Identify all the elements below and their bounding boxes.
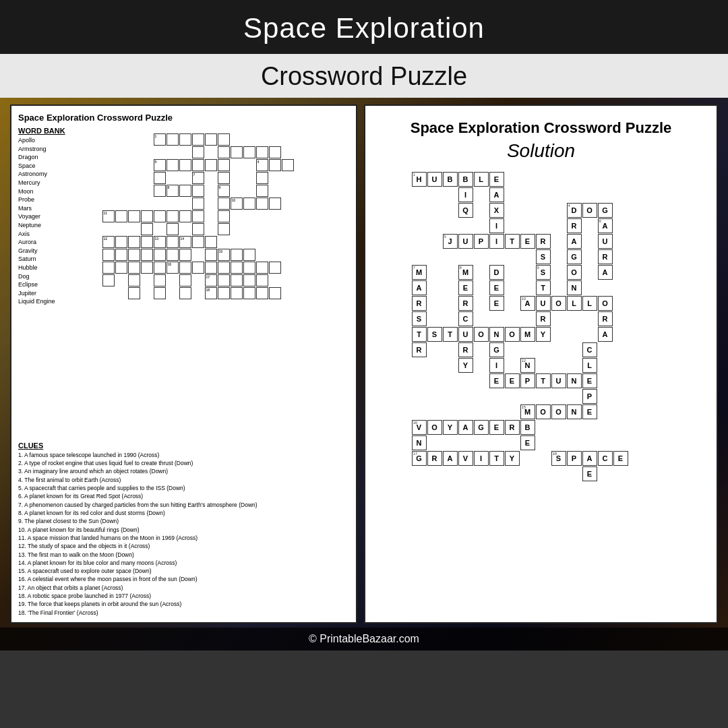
crossword-cell[interactable]	[128, 274, 140, 286]
crossword-cell[interactable]	[243, 198, 255, 210]
crossword-cell[interactable]	[128, 262, 140, 274]
crossword-cell[interactable]: 15	[218, 249, 230, 261]
crossword-cell[interactable]	[179, 159, 191, 171]
crossword-cell[interactable]	[154, 210, 166, 222]
crossword-cell[interactable]: 13	[154, 236, 166, 248]
crossword-cell[interactable]	[218, 159, 230, 171]
crossword-cell[interactable]	[218, 198, 230, 210]
crossword-cell[interactable]	[166, 210, 179, 222]
crossword-cell[interactable]	[141, 223, 153, 235]
crossword-cell[interactable]	[179, 274, 191, 286]
crossword-cell[interactable]	[218, 146, 230, 158]
crossword-cell[interactable]	[256, 146, 268, 158]
crossword-cell[interactable]: 14	[179, 236, 191, 248]
crossword-cell[interactable]	[256, 185, 268, 197]
crossword-cell[interactable]	[192, 198, 204, 210]
crossword-cell[interactable]: 17	[205, 274, 217, 286]
crossword-cell[interactable]	[192, 210, 204, 222]
crossword-cell[interactable]	[166, 133, 179, 146]
crossword-cell[interactable]	[218, 274, 230, 286]
crossword-cell[interactable]	[243, 249, 255, 261]
crossword-cell[interactable]	[192, 262, 204, 274]
crossword-cell[interactable]	[205, 249, 217, 261]
crossword-cell[interactable]	[218, 287, 230, 299]
crossword-cell[interactable]	[192, 159, 204, 171]
crossword-cell[interactable]	[231, 274, 243, 286]
crossword-cell[interactable]	[192, 185, 204, 197]
crossword-cell[interactable]	[154, 274, 166, 286]
crossword-cell[interactable]	[192, 223, 204, 235]
crossword-cell[interactable]	[243, 287, 255, 299]
crossword-cell[interactable]	[102, 274, 115, 286]
crossword-cell[interactable]: 5	[154, 159, 166, 171]
crossword-cell[interactable]	[218, 133, 230, 146]
crossword-cell[interactable]	[115, 262, 127, 274]
crossword-cell[interactable]	[166, 236, 179, 248]
crossword-cell[interactable]	[256, 287, 268, 299]
crossword-cell[interactable]: 16	[166, 262, 179, 274]
crossword-cell[interactable]: 12	[102, 236, 115, 248]
crossword-cell[interactable]: 4	[256, 159, 268, 171]
crossword-cell[interactable]	[102, 262, 115, 274]
crossword-cell[interactable]	[243, 274, 255, 286]
crossword-cell[interactable]	[205, 262, 217, 274]
crossword-cell[interactable]	[218, 262, 230, 274]
crossword-cell[interactable]	[231, 146, 243, 158]
crossword-cell[interactable]	[115, 249, 127, 261]
crossword-cell[interactable]	[269, 146, 281, 158]
crossword-cell[interactable]: 1	[154, 133, 166, 146]
crossword-cell[interactable]: 8	[166, 185, 179, 197]
crossword-cell[interactable]	[128, 249, 140, 261]
crossword-cell[interactable]: 11	[102, 210, 115, 222]
crossword-cell[interactable]	[218, 210, 230, 222]
crossword-cell[interactable]	[179, 287, 191, 299]
crossword-cell[interactable]	[141, 249, 153, 261]
crossword-cell[interactable]	[128, 236, 140, 248]
crossword-cell[interactable]	[205, 133, 217, 146]
crossword-cell[interactable]	[218, 172, 230, 184]
crossword-cell[interactable]	[269, 159, 281, 171]
crossword-cell[interactable]	[269, 287, 281, 299]
crossword-cell[interactable]	[179, 133, 191, 146]
crossword-cell[interactable]	[166, 159, 179, 171]
crossword-cell[interactable]	[179, 262, 191, 274]
crossword-cell[interactable]: 7	[192, 172, 204, 184]
crossword-cell[interactable]	[102, 249, 115, 261]
crossword-cell[interactable]	[166, 249, 179, 261]
crossword-cell[interactable]	[128, 210, 140, 222]
crossword-cell[interactable]	[192, 133, 204, 146]
crossword-cell[interactable]	[256, 198, 268, 210]
crossword-cell[interactable]	[256, 262, 268, 274]
crossword-cell[interactable]	[231, 287, 243, 299]
crossword-cell[interactable]	[179, 210, 191, 222]
crossword-cell[interactable]	[141, 210, 153, 222]
crossword-cell[interactable]	[179, 185, 191, 197]
crossword-cell[interactable]	[179, 249, 191, 261]
crossword-cell[interactable]	[205, 236, 217, 248]
crossword-cell[interactable]: 9	[218, 185, 230, 197]
crossword-cell[interactable]	[231, 249, 243, 261]
crossword-cell[interactable]	[141, 262, 153, 274]
crossword-cell[interactable]	[192, 146, 204, 158]
crossword-cell[interactable]	[154, 185, 166, 197]
crossword-cell[interactable]	[115, 236, 127, 248]
crossword-cell[interactable]	[154, 287, 166, 299]
crossword-cell[interactable]	[269, 198, 281, 210]
crossword-cell[interactable]: 18	[205, 287, 217, 299]
crossword-cell[interactable]	[269, 262, 281, 274]
crossword-cell[interactable]	[115, 210, 127, 222]
crossword-cell[interactable]	[256, 172, 268, 184]
crossword-cell[interactable]	[192, 236, 204, 248]
crossword-cell[interactable]	[154, 249, 166, 261]
crossword-cell[interactable]	[154, 262, 166, 274]
crossword-cell[interactable]	[256, 274, 268, 286]
crossword-cell[interactable]	[282, 159, 294, 171]
crossword-cell[interactable]	[231, 262, 243, 274]
crossword-cell[interactable]	[154, 172, 166, 184]
crossword-cell[interactable]	[128, 287, 140, 299]
crossword-cell[interactable]	[166, 223, 179, 235]
crossword-cell[interactable]	[205, 159, 217, 171]
crossword-cell[interactable]	[218, 223, 230, 235]
crossword-cell[interactable]	[141, 236, 153, 248]
crossword-cell[interactable]	[243, 146, 255, 158]
